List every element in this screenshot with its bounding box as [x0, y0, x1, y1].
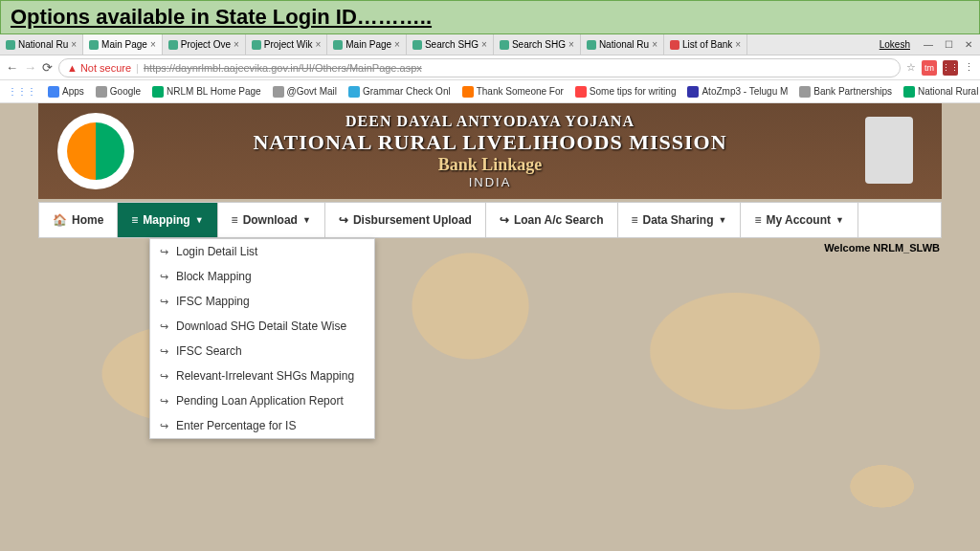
dropdown-label: Login Detail List — [176, 245, 257, 258]
dropdown-label: Download SHG Detail State Wise — [176, 320, 346, 333]
page-body: DEEN DAYAL ANTYODAYA YOJANA NATIONAL RUR… — [0, 103, 980, 551]
menu-icon: ≡ — [632, 213, 638, 227]
menu-label: My Account — [766, 213, 831, 227]
menu-item-loan-a-c-search[interactable]: ↪Loan A/c Search — [486, 203, 618, 237]
tab-label: Main Page — [101, 39, 147, 50]
bookmark-favicon — [687, 86, 699, 98]
tab-label: Main Page — [345, 39, 391, 50]
browser-tab[interactable]: National Ru× — [581, 34, 664, 55]
url-input[interactable]: ▲ Not secure | https://daynrlmbl.aajeevi… — [58, 58, 901, 77]
star-icon[interactable]: ☆ — [906, 61, 916, 74]
maximize-icon[interactable]: ☐ — [945, 39, 953, 50]
browser-tab[interactable]: National Ru× — [0, 34, 83, 55]
dropdown-item[interactable]: ↪Block Mapping — [150, 264, 374, 289]
warning-icon: ▲ — [67, 62, 78, 74]
browser-tab[interactable]: Project Wik× — [246, 34, 327, 55]
browser-tab[interactable]: List of Bank× — [664, 34, 747, 55]
bookmark-item[interactable]: NRLM BL Home Page — [152, 86, 261, 98]
mapping-dropdown: ↪Login Detail List↪Block Mapping↪IFSC Ma… — [149, 238, 375, 439]
tab-label: National Ru — [599, 39, 649, 50]
slide-title: Options available in State Login ID……….. — [0, 0, 980, 34]
bookmark-item[interactable]: Apps — [48, 86, 84, 98]
browser-tab[interactable]: Project Ove× — [163, 34, 246, 55]
tab-favicon — [670, 40, 679, 50]
banner-line2: NATIONAL RURAL LIVELIHOODS MISSION — [253, 130, 726, 155]
dropdown-item[interactable]: ↪Enter Percentage for IS — [150, 413, 374, 438]
bookmark-favicon — [152, 86, 164, 98]
back-icon[interactable]: ← — [6, 60, 18, 75]
dropdown-label: Block Mapping — [176, 270, 252, 283]
close-icon[interactable]: × — [481, 39, 487, 50]
tab-favicon — [6, 40, 15, 50]
arrow-icon: ↪ — [160, 296, 168, 308]
menu-label: Home — [72, 213, 103, 227]
site-banner: DEEN DAYAL ANTYODAYA YOJANA NATIONAL RUR… — [38, 103, 942, 199]
dropdown-item[interactable]: ↪Login Detail List — [150, 239, 374, 264]
banner-line1: DEEN DAYAL ANTYODAYA YOJANA — [253, 113, 726, 130]
arrow-icon: ↪ — [160, 395, 168, 408]
forward-icon[interactable]: → — [24, 60, 36, 75]
dropdown-item[interactable]: ↪IFSC Mapping — [150, 289, 374, 314]
extension-icon-2[interactable]: ⋮⋮ — [943, 60, 958, 76]
banner-line4: INDIA — [253, 175, 726, 189]
tab-favicon — [587, 40, 596, 50]
dropdown-item[interactable]: ↪Pending Loan Application Report — [150, 388, 374, 413]
dropdown-label: Enter Percentage for IS — [176, 419, 296, 432]
menu-item-data-sharing[interactable]: ≡Data Sharing▼ — [618, 203, 742, 237]
close-window-icon[interactable]: ✕ — [965, 39, 972, 50]
menu-item-download[interactable]: ≡Download▼ — [218, 203, 325, 237]
browser-tab[interactable]: Main Page× — [327, 34, 407, 55]
tab-favicon — [252, 40, 261, 50]
bookmark-item[interactable]: @Govt Mail — [273, 86, 337, 98]
browser-tab[interactable]: Search SHG× — [407, 34, 494, 55]
close-icon[interactable]: × — [652, 39, 657, 50]
bookmark-item[interactable]: Google — [96, 86, 141, 98]
bookmark-label: Google — [110, 86, 141, 97]
menu-label: Data Sharing — [643, 213, 714, 227]
bookmark-item[interactable]: Thank Someone For — [462, 86, 564, 98]
bookmark-label: @Govt Mail — [287, 86, 337, 97]
browser-tab[interactable]: Search SHG× — [494, 34, 581, 55]
close-icon[interactable]: × — [394, 39, 400, 50]
dropdown-item[interactable]: ↪Download SHG Detail State Wise — [150, 314, 374, 339]
reload-icon[interactable]: ⟳ — [42, 60, 53, 75]
menu-item-disbursement-upload[interactable]: ↪Disbursement Upload — [325, 203, 486, 237]
menu-icon[interactable]: ⋮ — [964, 61, 974, 74]
menu-item-my-account[interactable]: ≡My Account▼ — [741, 203, 858, 237]
bookmark-item[interactable]: Some tips for writing — [575, 86, 677, 98]
menu-icon: 🏠 — [53, 213, 67, 227]
browser-tabs: National Ru×Main Page×Project Ove×Projec… — [0, 34, 980, 55]
not-secure-label: Not secure — [80, 62, 131, 74]
bookmark-item[interactable]: Bank Partnerships — [799, 86, 892, 98]
menu-icon: ↪ — [339, 213, 348, 227]
close-icon[interactable]: × — [71, 39, 77, 50]
bookmark-item[interactable]: Grammar Check Onl — [348, 86, 451, 98]
close-icon[interactable]: × — [568, 39, 574, 50]
close-icon[interactable]: × — [735, 39, 741, 50]
apps-icon[interactable]: ⋮⋮⋮ — [8, 86, 36, 97]
menu-item-home[interactable]: 🏠Home — [39, 203, 118, 237]
bookmark-label: Apps — [62, 86, 84, 97]
browser-tab[interactable]: Main Page× — [83, 34, 163, 55]
profile-name[interactable]: Lokesh — [874, 39, 916, 50]
bookmark-label: Bank Partnerships — [813, 86, 892, 97]
bookmark-favicon — [273, 86, 284, 98]
bookmark-item[interactable]: AtoZmp3 - Telugu M — [687, 86, 788, 98]
close-icon[interactable]: × — [234, 39, 239, 50]
bookmark-label: Some tips for writing — [590, 86, 677, 97]
bookmark-item[interactable]: National Rural Livelih — [903, 86, 980, 98]
caret-down-icon: ▼ — [835, 215, 844, 225]
close-icon[interactable]: × — [315, 39, 321, 50]
dropdown-label: Pending Loan Application Report — [176, 394, 344, 408]
dropdown-item[interactable]: ↪Relevant-Irrelevant SHGs Mapping — [150, 364, 374, 388]
close-icon[interactable]: × — [150, 39, 156, 50]
arrow-icon: ↪ — [160, 271, 168, 283]
minimize-icon[interactable]: — — [924, 39, 933, 50]
menu-label: Disbursement Upload — [353, 213, 472, 227]
menu-item-mapping[interactable]: ≡Mapping▼ — [118, 203, 217, 237]
arrow-icon: ↪ — [160, 420, 168, 432]
dropdown-item[interactable]: ↪IFSC Search — [150, 339, 374, 364]
tab-label: Search SHG — [425, 39, 479, 50]
menu-icon: ↪ — [500, 213, 509, 227]
extension-icon-1[interactable]: tm — [922, 60, 937, 76]
